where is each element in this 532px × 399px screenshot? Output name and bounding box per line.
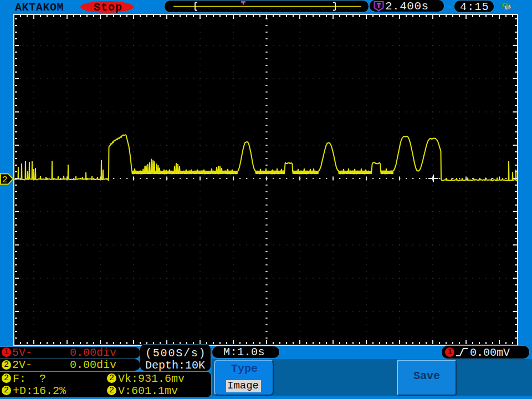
svg-text:2: 2 [2,175,7,185]
